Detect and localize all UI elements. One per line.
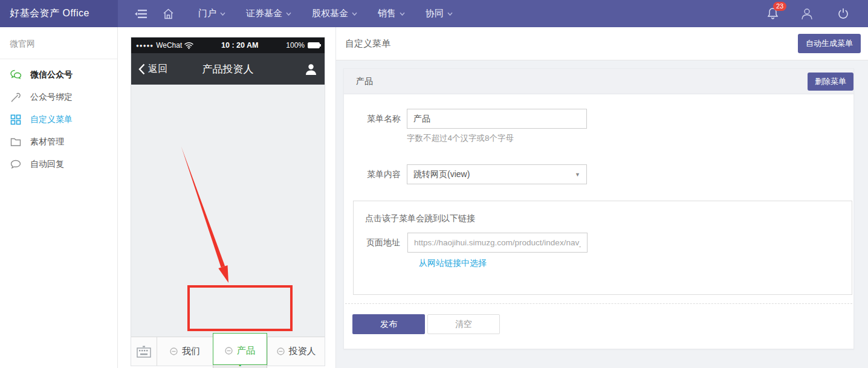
keyboard-icon	[137, 346, 151, 358]
panel-header: 自定义菜单 自动生成菜单	[336, 27, 868, 60]
clear-button[interactable]: 清空	[427, 314, 500, 334]
tab-label: 我们	[182, 346, 200, 357]
choose-from-site-links[interactable]: 从网站链接中选择	[419, 258, 487, 269]
sidebar-item-label: 微信公众号	[30, 69, 73, 80]
wechat-tab-women[interactable]: 我们	[157, 337, 213, 366]
sidebar-item-account-binding[interactable]: 公众号绑定	[0, 86, 117, 108]
card-header: 产品 删除菜单	[344, 69, 853, 94]
wechat-tab-investor[interactable]: 投资人	[267, 337, 325, 366]
selected-option: 跳转网页(view)	[413, 169, 470, 180]
link-icon	[10, 91, 22, 103]
menu-content-label: 菜单内容	[366, 169, 401, 180]
menu-name-label: 菜单名称	[366, 114, 401, 124]
menu-dot-icon	[170, 347, 178, 355]
folder-icon	[10, 136, 22, 147]
menu-edit-card: 产品 删除菜单 菜单名称 字数不超过4个汉字或8个字母 菜单内容 跳转网页(vi…	[343, 68, 854, 349]
reply-bubble-icon	[10, 158, 22, 170]
menu-name-hint: 字数不超过4个汉字或8个字母	[407, 133, 853, 144]
signal-dots-icon: ●●●●●	[136, 43, 154, 48]
sidebar-item-wechat-account[interactable]: 微信公众号	[0, 63, 117, 86]
sidebar-item-label: 自定义菜单	[30, 114, 73, 125]
app-logo[interactable]: 好基会资产 Office	[0, 0, 118, 27]
sidebar-title: 微官网	[0, 27, 117, 59]
page-title: 自定义菜单	[345, 38, 390, 50]
carrier-label: WeChat	[156, 41, 182, 50]
battery-percent: 100%	[286, 41, 305, 50]
nav-item-securities-fund[interactable]: 证券基金	[236, 0, 302, 27]
wechat-icon	[10, 69, 22, 80]
notifications-button[interactable]: 23	[761, 0, 785, 27]
dashed-divider	[345, 303, 852, 304]
divider	[0, 59, 117, 59]
back-button[interactable]: 返回	[138, 63, 167, 76]
top-navbar: 好基会资产 Office 门户 证券基金 股权基金	[0, 0, 868, 27]
sidebar-item-auto-reply[interactable]: 自动回复	[0, 153, 117, 175]
power-icon[interactable]	[829, 0, 857, 27]
grid-icon	[10, 114, 22, 125]
sidebar: 微官网 微信公众号 公众号绑定	[0, 27, 118, 368]
contact-person-icon[interactable]	[305, 63, 317, 76]
link-box-title: 点击该子菜单会跳到以下链接	[365, 213, 852, 224]
menu-card-title: 产品	[356, 76, 373, 87]
menu-name-input[interactable]	[407, 109, 587, 129]
auto-generate-menu-button[interactable]: 自动生成菜单	[798, 34, 861, 53]
nav-item-sales[interactable]: 销售	[368, 0, 415, 27]
delete-menu-button[interactable]: 删除菜单	[808, 73, 853, 91]
menu-content-select[interactable]: 跳转网页(view) ▼	[407, 164, 587, 184]
publish-button[interactable]: 发布	[352, 314, 425, 334]
battery-icon	[308, 42, 320, 48]
sidebar-item-label: 公众号绑定	[30, 92, 73, 103]
wechat-tab-product-active[interactable]: 产品	[213, 333, 267, 365]
chevron-down-icon	[447, 12, 453, 16]
back-label: 返回	[148, 63, 167, 76]
status-time: 10 : 20 AM	[193, 41, 286, 50]
nav-item-portal[interactable]: 门户	[188, 0, 236, 27]
content-panel: 自定义菜单 自动生成菜单 产品 删除菜单 菜单名称 字数不超过4个汉字或8个字母…	[336, 27, 868, 368]
user-icon[interactable]	[793, 0, 821, 27]
nav-item-equity-fund[interactable]: 股权基金	[302, 0, 368, 27]
menu-collapse-icon[interactable]	[127, 0, 155, 27]
sidebar-item-label: 自动回复	[30, 159, 64, 170]
menu-dot-icon	[277, 347, 285, 355]
chevron-down-icon	[400, 12, 405, 16]
link-settings-box: 点击该子菜单会跳到以下链接 页面地址 从网站链接中选择	[353, 201, 852, 295]
keyboard-toggle-button[interactable]	[131, 337, 157, 366]
sidebar-item-material-management[interactable]: 素材管理	[0, 131, 117, 153]
chevron-left-icon	[138, 63, 145, 75]
page-url-label: 页面地址	[365, 237, 400, 248]
phone-status-bar: ●●●●● WeChat 10 : 20 AM 100%	[131, 37, 325, 53]
tab-label: 产品	[237, 345, 255, 357]
wifi-icon	[184, 42, 193, 49]
notification-badge: 23	[773, 2, 786, 11]
select-caret-icon: ▼	[575, 172, 580, 178]
home-icon[interactable]	[155, 0, 182, 27]
phone-content-area: +	[131, 85, 325, 337]
chevron-down-icon	[286, 12, 291, 16]
menu-dot-icon	[225, 347, 233, 355]
tab-label: 投资人	[289, 346, 316, 357]
phone-nav-header: 产品投资人 返回	[131, 53, 325, 85]
chevron-down-icon	[220, 12, 225, 16]
nav-item-collaboration[interactable]: 协同	[415, 0, 463, 27]
page-url-input[interactable]	[407, 233, 588, 253]
sidebar-item-custom-menu[interactable]: 自定义菜单	[0, 108, 117, 131]
sidebar-item-label: 素材管理	[30, 137, 64, 147]
chevron-down-icon	[352, 12, 357, 16]
phone-preview: ●●●●● WeChat 10 : 20 AM 100% 产品投资人	[131, 37, 325, 366]
phone-preview-column: ●●●●● WeChat 10 : 20 AM 100% 产品投资人	[118, 27, 336, 368]
